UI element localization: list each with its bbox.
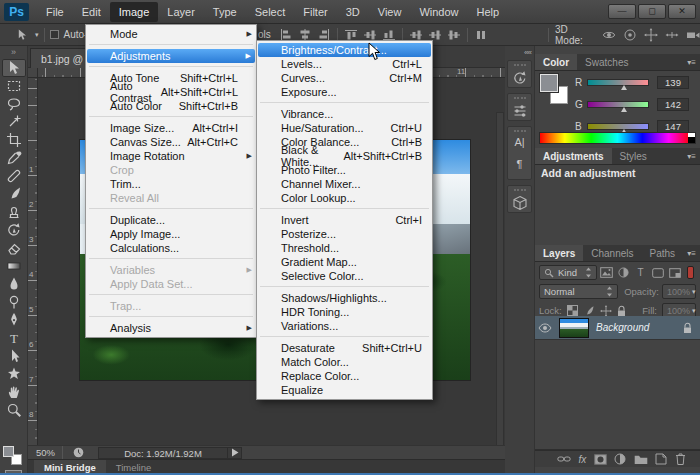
zoom-tool[interactable] — [2, 401, 26, 419]
tab-swatches[interactable]: Swatches — [577, 54, 636, 70]
match-color-menu-item[interactable]: Match Color... — [257, 355, 432, 369]
levels-menu-item[interactable]: Levels...Ctrl+L — [257, 57, 432, 71]
color-swatches[interactable] — [3, 446, 25, 466]
blur-tool[interactable] — [2, 275, 26, 293]
curves-menu-item[interactable]: Curves...Ctrl+M — [257, 71, 432, 85]
align-bottom-icon[interactable] — [383, 29, 395, 41]
analysis-menu-item[interactable]: Analysis▶ — [86, 321, 256, 335]
delete-layer-icon[interactable] — [675, 453, 686, 465]
apply-image-menu-item[interactable]: Apply Image... — [86, 227, 256, 241]
foreground-color-swatch[interactable] — [540, 74, 558, 92]
variations-menu-item[interactable]: Variations... — [257, 319, 432, 333]
posterize-menu-item[interactable]: Posterize... — [257, 227, 432, 241]
selective-color-menu-item[interactable]: Selective Color... — [257, 269, 432, 283]
opacity-field[interactable]: 100%▾ — [662, 284, 696, 299]
menubar-item-view[interactable]: View — [369, 2, 411, 22]
tab-paths[interactable]: Paths — [642, 245, 684, 261]
dist-bottom-icon[interactable] — [448, 29, 460, 41]
color-lookup-menu-item[interactable]: Color Lookup... — [257, 191, 432, 205]
history-panel-button[interactable] — [507, 60, 532, 88]
menubar-item-edit[interactable]: Edit — [73, 2, 110, 22]
replace-color-menu-item[interactable]: Replace Color... — [257, 369, 432, 383]
adjustments-menu-item[interactable]: Adjustments▶ — [87, 49, 255, 63]
tool-preset-caret-icon[interactable]: ▾ — [35, 31, 39, 39]
path-select-tool[interactable] — [2, 347, 26, 365]
image-rotation-menu-item[interactable]: Image Rotation▶ — [86, 149, 256, 163]
vibrance-menu-item[interactable]: Vibrance... — [257, 107, 432, 121]
3d-panel-button[interactable] — [507, 185, 532, 213]
auto-select-checkbox[interactable] — [50, 30, 59, 39]
toolbar-collapse-icon[interactable]: » — [0, 46, 27, 59]
channel-mixer-menu-item[interactable]: Channel Mixer... — [257, 177, 432, 191]
menubar-item-type[interactable]: Type — [204, 2, 246, 22]
duplicate-menu-item[interactable]: Duplicate... — [86, 213, 256, 227]
new-adjustment-layer-icon[interactable] — [614, 453, 626, 465]
lasso-tool[interactable] — [2, 95, 26, 113]
filter-smart-objects-icon[interactable] — [667, 266, 682, 280]
screen-mode-button[interactable] — [5, 470, 22, 475]
invert-menu-item[interactable]: InvertCtrl+I — [257, 213, 432, 227]
wand-tool[interactable] — [2, 113, 26, 131]
layer-style-fx-icon[interactable]: fx — [579, 454, 587, 465]
scale-3d-icon[interactable] — [686, 28, 700, 42]
hdr-toning-menu-item[interactable]: HDR Toning... — [257, 305, 432, 319]
blue-value-field[interactable]: 147 — [657, 120, 689, 133]
history-brush-tool[interactable] — [2, 221, 26, 239]
auto-color-menu-item[interactable]: Auto ColorShift+Ctrl+B — [86, 99, 256, 113]
add-mask-icon[interactable] — [594, 454, 607, 465]
desaturate-menu-item[interactable]: DesaturateShift+Ctrl+U — [257, 341, 432, 355]
menubar-item-select[interactable]: Select — [246, 2, 295, 22]
menubar-item-file[interactable]: File — [37, 2, 73, 22]
status-options-button[interactable] — [228, 447, 242, 459]
pan-3d-icon[interactable] — [644, 28, 658, 42]
tab-mini-bridge[interactable]: Mini Bridge — [34, 460, 106, 473]
minimize-button[interactable]: — — [608, 4, 636, 19]
canvas-size-menu-item[interactable]: Canvas Size...Alt+Ctrl+C — [86, 135, 256, 149]
link-layers-icon[interactable] — [557, 455, 571, 463]
move-tool[interactable] — [2, 59, 26, 77]
photo-filter-menu-item[interactable]: Photo Filter... — [257, 163, 432, 177]
dist-middle-icon[interactable] — [429, 29, 441, 41]
layer-thumbnail[interactable] — [559, 318, 589, 338]
filter-type-layers-icon[interactable]: T — [633, 266, 648, 280]
maximize-button[interactable]: ◻ — [638, 4, 666, 19]
roll-3d-icon[interactable] — [623, 28, 637, 42]
black-white-menu-item[interactable]: Black & White...Alt+Shift+Ctrl+B — [257, 149, 432, 163]
eyedropper-tool[interactable] — [2, 149, 26, 167]
panel-menu-icon[interactable]: ▾≡ — [687, 245, 700, 261]
auto-contrast-menu-item[interactable]: Auto ContrastAlt+Shift+Ctrl+L — [86, 85, 256, 99]
filter-shape-layers-icon[interactable] — [650, 266, 665, 280]
gradient-tool[interactable] — [2, 257, 26, 275]
crop-tool[interactable] — [2, 131, 26, 149]
blue-slider[interactable] — [587, 123, 649, 130]
vertical-scrollbar[interactable] — [496, 112, 504, 445]
menubar-item-help[interactable]: Help — [468, 2, 509, 22]
dist-pair-icon[interactable] — [475, 29, 487, 41]
panel-menu-icon[interactable]: ▾≡ — [687, 148, 700, 164]
layer-name[interactable]: Background — [596, 322, 649, 333]
filter-pixel-layers-icon[interactable] — [599, 266, 614, 280]
menubar-item-3d[interactable]: 3D — [337, 2, 369, 22]
tab-timeline[interactable]: Timeline — [106, 460, 162, 473]
tab-adjustments[interactable]: Adjustments — [535, 148, 612, 164]
foreground-color-swatch[interactable] — [3, 446, 14, 457]
brightness-contrast-menu-item[interactable]: Brightness/Contrast... — [258, 43, 431, 57]
red-value-field[interactable]: 139 — [657, 76, 689, 89]
align-right-icon[interactable] — [318, 29, 330, 41]
ramp-black-swatch[interactable] — [688, 137, 695, 143]
green-slider-thumb[interactable] — [621, 107, 627, 112]
align-center-h-icon[interactable] — [299, 29, 311, 41]
type-tool[interactable]: T — [2, 329, 26, 347]
orbit-3d-icon[interactable] — [602, 28, 616, 42]
zoom-level-field[interactable]: 50% — [28, 447, 62, 458]
tab-color[interactable]: Color — [535, 54, 577, 70]
menubar-item-layer[interactable]: Layer — [158, 2, 204, 22]
red-slider-thumb[interactable] — [621, 85, 627, 90]
layer-filter-kind-dropdown[interactable]: Kind — [539, 265, 597, 280]
panel-menu-icon[interactable]: ▾≡ — [687, 54, 700, 70]
close-button[interactable]: ✕ — [668, 4, 696, 19]
shape-tool[interactable] — [2, 365, 26, 383]
green-value-field[interactable]: 142 — [657, 98, 689, 111]
menubar-item-window[interactable]: Window — [410, 2, 467, 22]
image-size-menu-item[interactable]: Image Size...Alt+Ctrl+I — [86, 121, 256, 135]
